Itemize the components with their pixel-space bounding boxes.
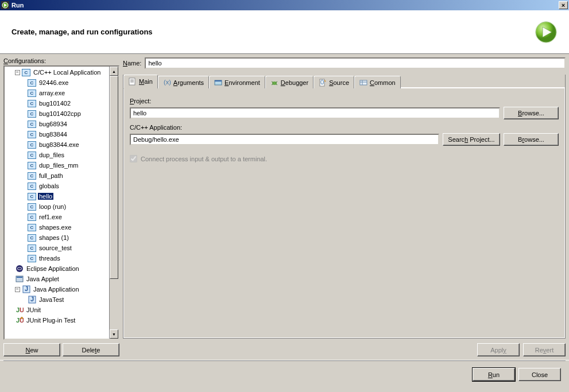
scroll-thumb[interactable] bbox=[110, 76, 118, 279]
svg-text:J: J bbox=[24, 285, 28, 292]
tab-strip: Main(x)=ArgumentsEnvironmentDebugger0Sou… bbox=[123, 75, 565, 88]
name-input[interactable] bbox=[145, 57, 566, 69]
configurations-panel: Configurations: −CC/C++ Local Applicatio… bbox=[3, 57, 119, 356]
tree-item-eclipse-application[interactable]: Eclipse Application bbox=[5, 263, 118, 274]
eclipse-icon bbox=[15, 265, 24, 273]
tree-item-c-c-local-application[interactable]: −CC/C++ Local Application bbox=[5, 67, 118, 77]
tab-environment[interactable]: Environment bbox=[209, 76, 265, 88]
tree-item-shapes-1-[interactable]: Cshapes (1) bbox=[5, 232, 118, 243]
svg-text:0: 0 bbox=[320, 79, 324, 86]
window-close-button[interactable]: × bbox=[559, 1, 568, 9]
tab-main[interactable]: Main bbox=[123, 75, 158, 89]
c-icon: C bbox=[28, 99, 36, 107]
tab-debugger[interactable]: Debugger bbox=[265, 76, 313, 88]
project-input[interactable] bbox=[130, 107, 500, 119]
name-label: Name: bbox=[123, 60, 141, 67]
arguments-tab-icon: (x)= bbox=[163, 79, 171, 87]
svg-rect-30 bbox=[360, 80, 367, 85]
configurations-label: Configurations: bbox=[3, 57, 119, 64]
tree-item-globals[interactable]: Cglobals bbox=[5, 181, 118, 191]
junit-icon: JU bbox=[15, 306, 24, 314]
project-label: Project: bbox=[130, 98, 559, 104]
expander-icon[interactable]: − bbox=[15, 287, 20, 292]
svg-text:(x)=: (x)= bbox=[164, 79, 171, 86]
applet-icon bbox=[15, 275, 24, 283]
main-tab-icon bbox=[129, 77, 137, 86]
svg-rect-22 bbox=[215, 80, 222, 81]
scroll-up-arrow-icon[interactable]: ▲ bbox=[110, 67, 118, 76]
java-icon: J bbox=[22, 285, 30, 293]
tree-item-bug101402cpp[interactable]: Cbug101402cpp bbox=[5, 108, 118, 119]
tree-item-bug101402[interactable]: Cbug101402 bbox=[5, 98, 118, 108]
apply-button: Apply bbox=[477, 343, 520, 356]
c-icon: C bbox=[28, 130, 36, 138]
tree-item-dup-files[interactable]: Cdup_files bbox=[5, 150, 118, 160]
c-icon: C bbox=[28, 89, 36, 97]
c-icon: C bbox=[28, 203, 36, 211]
tree-item-array-exe[interactable]: Carray.exe bbox=[5, 88, 118, 98]
scroll-down-arrow-icon[interactable]: ▼ bbox=[110, 329, 118, 339]
java-icon: J bbox=[28, 296, 36, 304]
connect-terminal-checkbox bbox=[130, 155, 137, 162]
tree-item-loop-run-[interactable]: Cloop (run) bbox=[5, 201, 118, 212]
app-label: C/C++ Application: bbox=[130, 124, 559, 131]
c-icon: C bbox=[28, 141, 36, 149]
c-icon: C bbox=[28, 254, 36, 262]
junit-plugin-icon: JU bbox=[15, 316, 24, 324]
tree-item-hello[interactable]: Chello bbox=[5, 191, 118, 201]
c-icon: C bbox=[28, 223, 36, 231]
c-icon: C bbox=[28, 192, 36, 200]
dialog-header: Create, manage, and run configurations bbox=[0, 10, 569, 54]
tab-main: Project: Browse... C/C++ Application: Se… bbox=[123, 88, 565, 338]
tree-item-ref1-exe[interactable]: Cref1.exe bbox=[5, 212, 118, 222]
svg-text:U: U bbox=[20, 306, 24, 313]
search-project-button[interactable]: Search Project... bbox=[443, 133, 500, 146]
run-icon bbox=[535, 21, 558, 44]
tree-scrollbar[interactable]: ▲ ▼ bbox=[109, 67, 118, 339]
c-icon: C bbox=[28, 151, 36, 159]
tree-item-junit-plug-in-test[interactable]: JUJUnit Plug-in Test bbox=[5, 315, 118, 325]
tree-item-shapes-exe[interactable]: Cshapes.exe bbox=[5, 222, 118, 232]
configurations-tree[interactable]: −CC/C++ Local ApplicationC92446.exeCarra… bbox=[3, 65, 119, 340]
app-input[interactable] bbox=[130, 134, 439, 145]
tree-item-bug68934[interactable]: Cbug68934 bbox=[5, 119, 118, 129]
window-title: Run bbox=[11, 2, 24, 9]
tree-item-java-application[interactable]: −JJava Application bbox=[5, 284, 118, 294]
app-icon bbox=[1, 1, 9, 9]
revert-button: Revert bbox=[523, 343, 566, 356]
c-icon: C bbox=[28, 172, 36, 180]
tree-item-bug83844-exe[interactable]: Cbug83844.exe bbox=[5, 139, 118, 150]
svg-text:J: J bbox=[30, 296, 33, 302]
debugger-tab-icon bbox=[270, 79, 278, 87]
tab-common[interactable]: Common bbox=[354, 76, 401, 88]
svg-rect-16 bbox=[129, 78, 135, 85]
c-icon: C bbox=[28, 244, 36, 252]
c-icon: C bbox=[28, 213, 36, 221]
source-tab-icon: 0 bbox=[319, 79, 327, 87]
tree-item-source-test[interactable]: Csource_test bbox=[5, 243, 118, 253]
c-icon: C bbox=[28, 79, 36, 87]
tree-item-bug83844[interactable]: Cbug83844 bbox=[5, 129, 118, 139]
delete-button[interactable]: Delete bbox=[63, 343, 119, 356]
tree-item-threads[interactable]: Cthreads bbox=[5, 253, 118, 263]
run-button[interactable]: Run bbox=[473, 368, 515, 381]
tree-item-dup-files-mm[interactable]: Cdup_files_mm bbox=[5, 160, 118, 170]
tree-item-junit[interactable]: JUJUnit bbox=[5, 305, 118, 315]
app-browse-button[interactable]: Browse... bbox=[504, 133, 559, 146]
c-icon: C bbox=[28, 182, 36, 190]
common-tab-icon bbox=[359, 79, 367, 87]
tree-item-full-path[interactable]: Cfull_path bbox=[5, 170, 118, 181]
c-icon: C bbox=[28, 161, 36, 169]
tab-source[interactable]: 0Source bbox=[313, 76, 354, 88]
connect-terminal-label: Connect process input & output to a term… bbox=[141, 156, 267, 162]
svg-point-15 bbox=[21, 317, 23, 319]
tree-item-javatest[interactable]: JJavaTest bbox=[5, 294, 118, 305]
close-button[interactable]: Close bbox=[518, 368, 561, 381]
expander-icon[interactable]: − bbox=[15, 70, 20, 75]
new-button[interactable]: New bbox=[3, 343, 60, 356]
tree-item-java-applet[interactable]: Java Applet bbox=[5, 274, 118, 284]
c-icon: C bbox=[28, 234, 36, 242]
tree-item-92446-exe[interactable]: C92446.exe bbox=[5, 77, 118, 88]
tab-arguments[interactable]: (x)=Arguments bbox=[158, 76, 209, 88]
project-browse-button[interactable]: Browse... bbox=[504, 107, 559, 119]
